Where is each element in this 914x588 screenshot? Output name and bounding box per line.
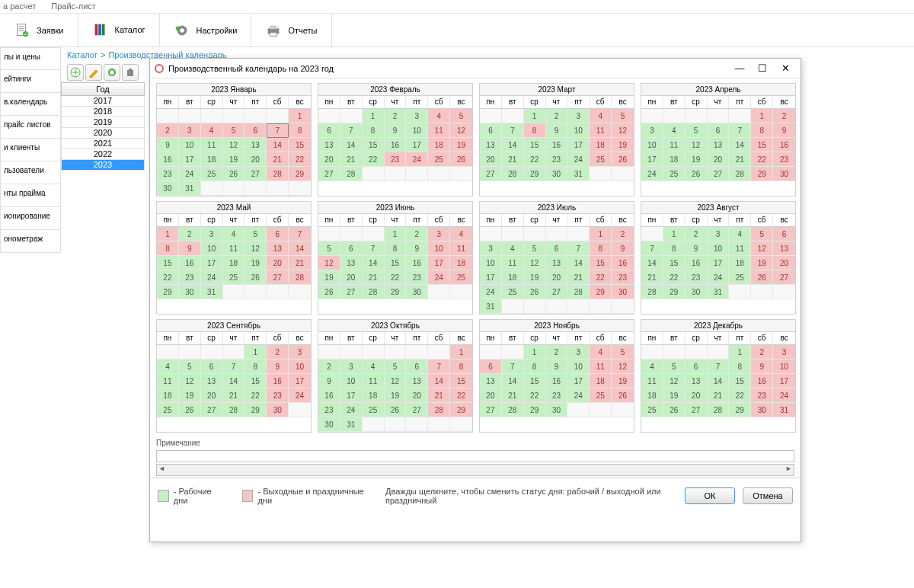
day-cell[interactable]: 21 [363,270,385,285]
day-cell[interactable]: 6 [480,123,502,138]
day-cell[interactable]: 22 [289,152,311,167]
day-cell[interactable]: 25 [729,270,751,285]
day-cell[interactable]: 18 [641,388,663,403]
day-cell[interactable]: 11 [157,374,179,388]
day-cell[interactable]: 16 [179,256,201,270]
day-cell[interactable]: 26 [244,270,267,285]
day-cell[interactable]: 4 [363,360,385,374]
day-cell[interactable]: 28 [641,285,663,299]
day-cell[interactable]: 15 [524,138,546,152]
day-cell[interactable]: 3 [567,345,590,360]
day-cell[interactable]: 23 [385,152,407,167]
day-cell[interactable]: 2 [546,345,568,360]
day-cell[interactable]: 7 [223,360,245,374]
day-cell[interactable]: 20 [480,152,502,167]
day-cell[interactable]: 8 [363,123,385,138]
day-cell[interactable]: 17 [428,256,450,270]
day-cell[interactable]: 28 [729,167,751,181]
day-cell[interactable]: 8 [663,241,686,256]
day-cell[interactable]: 19 [663,388,686,403]
day-cell[interactable]: 1 [244,345,267,360]
day-cell[interactable]: 24 [179,167,201,181]
day-cell[interactable]: 9 [612,241,634,256]
day-cell[interactable]: 18 [590,138,612,152]
day-cell[interactable]: 27 [480,403,502,417]
day-cell[interactable]: 20 [406,388,428,403]
sidebar-item[interactable]: в.календарь [0,93,61,116]
maximize-button[interactable]: ☐ [756,62,769,75]
day-cell[interactable]: 17 [289,374,311,388]
day-cell[interactable]: 20 [244,152,267,167]
year-row[interactable]: 2020 [61,128,145,139]
day-cell[interactable]: 2 [157,123,179,138]
day-cell[interactable]: 30 [612,285,634,299]
day-cell[interactable]: 22 [751,152,773,167]
day-cell[interactable]: 15 [289,138,311,152]
day-cell[interactable]: 14 [428,374,450,388]
day-cell[interactable]: 13 [546,256,568,270]
day-cell[interactable]: 14 [708,374,730,388]
day-cell[interactable]: 1 [663,227,686,241]
day-cell[interactable]: 23 [179,270,201,285]
day-cell[interactable]: 16 [546,374,568,388]
day-cell[interactable]: 12 [244,241,267,256]
ok-button[interactable]: ОК [685,487,735,504]
day-cell[interactable]: 7 [729,123,751,138]
day-cell[interactable]: 24 [708,270,730,285]
day-cell[interactable]: 12 [385,374,407,388]
day-cell[interactable]: 16 [267,374,289,388]
day-cell[interactable]: 24 [567,152,590,167]
day-cell[interactable]: 10 [567,360,590,374]
sidebar-item[interactable]: лы и цены [0,47,61,70]
day-cell[interactable]: 16 [751,374,773,388]
day-cell[interactable]: 3 [641,123,663,138]
day-cell[interactable]: 8 [524,360,546,374]
day-cell[interactable]: 20 [318,152,340,167]
day-cell[interactable]: 25 [590,152,612,167]
day-cell[interactable]: 18 [201,152,223,167]
day-cell[interactable]: 22 [385,270,407,285]
cancel-button[interactable]: Отмена [743,487,793,504]
day-cell[interactable]: 5 [450,109,472,123]
day-cell[interactable]: 24 [428,270,450,285]
day-cell[interactable]: 9 [546,360,568,374]
day-cell[interactable]: 3 [340,360,363,374]
day-cell[interactable]: 9 [267,360,289,374]
day-cell[interactable]: 16 [157,152,179,167]
sidebar-item[interactable]: и клиенты [0,139,61,161]
day-cell[interactable]: 24 [480,285,502,299]
day-cell[interactable]: 15 [450,374,472,388]
day-cell[interactable]: 19 [524,270,546,285]
day-cell[interactable]: 8 [751,123,773,138]
day-cell[interactable]: 17 [201,256,223,270]
day-cell[interactable]: 22 [524,152,546,167]
day-cell[interactable]: 18 [157,388,179,403]
day-cell[interactable]: 21 [708,388,730,403]
day-cell[interactable]: 2 [267,345,289,360]
day-cell[interactable]: 18 [590,374,612,388]
day-cell[interactable]: 12 [751,241,773,256]
day-cell[interactable]: 2 [751,345,773,360]
day-cell[interactable]: 9 [385,123,407,138]
day-cell[interactable]: 3 [201,227,223,241]
day-cell[interactable]: 4 [729,227,751,241]
day-cell[interactable]: 12 [612,123,634,138]
day-cell[interactable]: 6 [480,360,502,374]
day-cell[interactable]: 23 [318,403,340,417]
day-cell[interactable]: 17 [179,152,201,167]
day-cell[interactable]: 19 [318,270,340,285]
day-cell[interactable]: 1 [289,109,311,123]
day-cell[interactable]: 11 [450,241,472,256]
day-cell[interactable]: 30 [546,167,568,181]
day-cell[interactable]: 28 [502,403,524,417]
day-cell[interactable]: 30 [773,167,795,181]
day-cell[interactable]: 13 [480,374,502,388]
day-cell[interactable]: 1 [450,345,472,360]
day-cell[interactable]: 30 [157,181,179,196]
day-cell[interactable]: 21 [641,270,663,285]
day-cell[interactable]: 12 [179,374,201,388]
day-cell[interactable]: 27 [318,167,340,181]
day-cell[interactable]: 28 [267,167,289,181]
day-cell[interactable]: 10 [179,138,201,152]
day-cell[interactable]: 6 [318,123,340,138]
